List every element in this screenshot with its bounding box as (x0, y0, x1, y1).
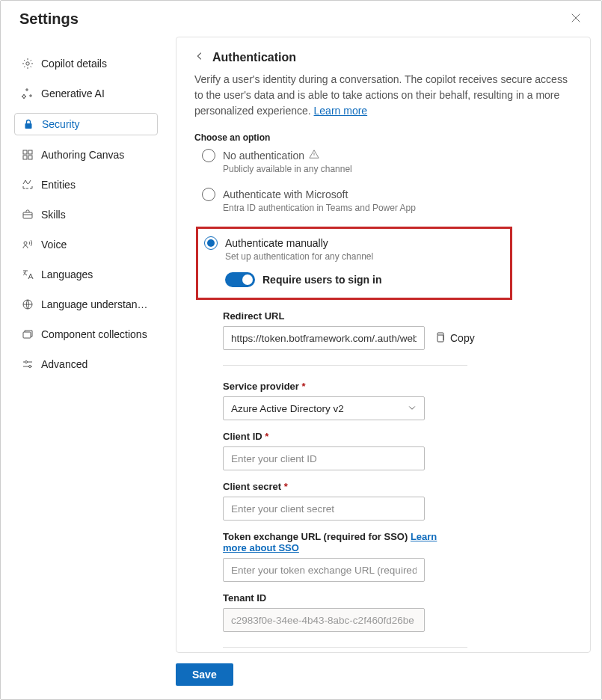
sidebar-item-copilot-details[interactable]: Copilot details (14, 53, 158, 74)
require-signin-toggle[interactable] (225, 272, 255, 287)
gear-icon (22, 58, 34, 70)
sliders-icon (22, 358, 34, 370)
panel-footer: Save (176, 653, 591, 689)
sidebar-item-entities[interactable]: Entities (14, 174, 158, 195)
voice-icon (22, 239, 34, 251)
grid-icon (22, 149, 34, 161)
close-icon (571, 13, 581, 25)
tenant-id-input (223, 608, 425, 632)
token-exchange-input[interactable] (223, 558, 425, 582)
svg-rect-14 (437, 335, 443, 342)
page-title: Settings (19, 10, 79, 28)
sidebar-item-label: Security (42, 118, 80, 130)
copy-label: Copy (450, 332, 475, 344)
sidebar-item-voice[interactable]: Voice (14, 234, 158, 255)
chevron-left-icon (194, 51, 205, 64)
authentication-panel: Authentication Verify a user's identity … (176, 37, 591, 653)
sidebar-item-generative-ai[interactable]: Generative AI (14, 83, 158, 104)
settings-window: Settings Copilot details Generative AI S… (0, 0, 602, 700)
option-authenticate-microsoft[interactable]: Authenticate with Microsoft Entra ID aut… (202, 188, 572, 213)
client-secret-input[interactable] (223, 497, 425, 521)
settings-sidebar: Copilot details Generative AI Security A… (1, 37, 165, 699)
tenant-id-label: Tenant ID (223, 592, 572, 604)
option-authenticate-manually[interactable]: Authenticate manually Set up authenticat… (204, 236, 501, 287)
client-id-input[interactable] (223, 446, 425, 470)
close-button[interactable] (565, 8, 586, 29)
option-label: Authenticate manually (225, 237, 328, 249)
divider (223, 365, 467, 366)
option-sublabel: Set up authentication for any channel (225, 251, 501, 262)
panel-title: Authentication (212, 51, 296, 64)
svg-rect-8 (23, 212, 32, 218)
svg-rect-5 (28, 150, 32, 154)
option-sublabel: Entra ID authentication in Teams and Pow… (223, 203, 572, 213)
sidebar-item-label: Skills (41, 209, 66, 221)
service-provider-select[interactable]: Azure Active Directory v2 (223, 396, 425, 420)
option-label: Authenticate with Microsoft (223, 188, 348, 200)
sparkle-icon (22, 88, 34, 99)
sidebar-item-language-understanding[interactable]: Language understandi... (14, 294, 158, 315)
svg-point-13 (29, 366, 31, 368)
option-no-authentication[interactable]: No authentication Publicly available in … (202, 149, 572, 174)
svg-rect-4 (23, 150, 27, 154)
svg-point-2 (26, 62, 29, 65)
copy-icon (434, 331, 446, 346)
highlighted-option-box: Authenticate manually Set up authenticat… (196, 227, 512, 300)
translate-icon (22, 268, 34, 280)
client-secret-label: Client secret * (223, 481, 572, 492)
radio-authenticate-microsoft[interactable] (202, 188, 215, 201)
radio-no-authentication[interactable] (202, 149, 215, 162)
collections-icon (22, 328, 34, 340)
redirect-url-input[interactable] (223, 326, 425, 350)
lock-icon (22, 118, 34, 130)
sidebar-item-label: Voice (41, 239, 67, 251)
save-button[interactable]: Save (176, 663, 233, 686)
redirect-url-label: Redirect URL (223, 310, 572, 322)
briefcase-icon (22, 209, 34, 221)
sidebar-item-label: Authoring Canvas (41, 149, 124, 161)
back-button[interactable] (194, 51, 205, 64)
sidebar-item-label: Entities (41, 179, 76, 191)
choose-option-label: Choose an option (194, 132, 572, 143)
panel-description: Verify a user's identity during a conver… (194, 72, 572, 119)
select-value: Azure Active Directory v2 (231, 403, 344, 414)
sidebar-item-label: Language understandi... (41, 298, 150, 310)
radio-authenticate-manually[interactable] (204, 236, 218, 250)
svg-rect-7 (28, 156, 32, 159)
option-sublabel: Publicly available in any channel (223, 164, 572, 174)
chevron-down-icon (408, 403, 417, 414)
learn-more-link[interactable]: Learn more (314, 105, 368, 117)
client-id-label: Client ID * (223, 431, 572, 442)
sidebar-item-component-collections[interactable]: Component collections (14, 324, 158, 345)
globe-icon (22, 298, 34, 310)
sidebar-item-label: Component collections (41, 328, 147, 340)
sidebar-item-skills[interactable]: Skills (14, 204, 158, 225)
sidebar-item-label: Advanced (41, 358, 87, 370)
divider (223, 647, 467, 648)
svg-rect-11 (23, 332, 31, 338)
copy-button[interactable]: Copy (434, 331, 475, 346)
sidebar-item-label: Languages (41, 268, 93, 280)
sidebar-item-label: Copilot details (41, 58, 107, 70)
sidebar-item-label: Generative AI (41, 88, 105, 99)
window-header: Settings (1, 1, 601, 37)
svg-point-9 (24, 242, 27, 245)
token-exchange-label: Token exchange URL (required for SSO) Le… (223, 531, 440, 553)
service-provider-label: Service provider * (223, 381, 572, 392)
svg-rect-3 (25, 123, 32, 129)
sidebar-item-security[interactable]: Security (14, 113, 158, 135)
option-label: No authentication (223, 150, 304, 162)
entities-icon (22, 179, 34, 191)
sidebar-item-authoring-canvas[interactable]: Authoring Canvas (14, 144, 158, 165)
toggle-label: Require users to sign in (262, 274, 381, 286)
svg-point-12 (25, 361, 28, 363)
warning-icon (309, 149, 319, 162)
svg-rect-6 (23, 156, 27, 159)
sidebar-item-advanced[interactable]: Advanced (14, 354, 158, 375)
sidebar-item-languages[interactable]: Languages (14, 264, 158, 285)
